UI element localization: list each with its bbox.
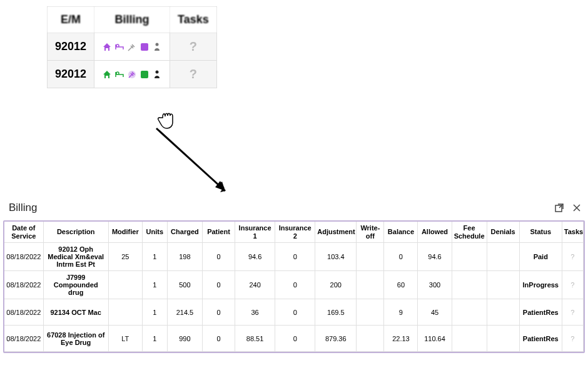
cell-date: 08/18/2022	[4, 299, 43, 326]
cell-fee	[452, 243, 487, 271]
col-charged: Charged	[167, 222, 202, 243]
cell-ins2: 0	[275, 243, 315, 271]
cell-patient: 0	[202, 243, 235, 271]
cell-adjustment: 103.4	[315, 243, 357, 271]
cell-writeoff	[357, 271, 384, 299]
person-icon[interactable]	[152, 42, 162, 52]
cell-patient: 0	[202, 271, 235, 299]
cell-writeoff	[357, 299, 384, 326]
col-header-tasks: Tasks	[170, 7, 217, 33]
cell-description: 92134 OCT Mac	[43, 299, 108, 326]
square-icon[interactable]	[139, 69, 150, 80]
cell-patient: 0	[202, 326, 235, 352]
col-header-billing: Billing	[94, 7, 170, 33]
cell-tasks: ?	[562, 243, 583, 271]
tasks-marker: ?	[190, 39, 197, 53]
billing-header-row: Date of Service Description Modifier Uni…	[4, 222, 584, 243]
col-modifier: Modifier	[108, 222, 142, 243]
svg-rect-0	[141, 43, 148, 51]
home-icon[interactable]	[102, 69, 112, 80]
cell-balance: 9	[384, 299, 418, 326]
square-icon[interactable]	[139, 42, 150, 52]
billing-panel-header: Billing	[9, 202, 582, 214]
table-row[interactable]: 08/18/2022J7999 Compounded drug150002400…	[4, 271, 584, 299]
svg-point-1	[156, 43, 159, 46]
cell-charged: 198	[167, 243, 202, 271]
svg-rect-3	[141, 71, 148, 78]
popout-icon[interactable]	[554, 203, 564, 213]
cell-denials	[487, 326, 519, 352]
cell-modifier: LT	[108, 326, 142, 352]
cell-modifier	[108, 271, 142, 299]
em-code: 92012	[55, 40, 86, 53]
cell-adjustment: 169.5	[315, 299, 357, 326]
billing-table-container: Date of Service Description Modifier Uni…	[3, 220, 585, 353]
cell-ins1: 36	[235, 299, 275, 326]
cell-fee	[452, 271, 487, 299]
em-code: 92012	[55, 68, 86, 80]
col-writeoff: Write-off	[357, 222, 384, 243]
person-icon[interactable]	[152, 69, 162, 80]
cursor-hand-icon	[154, 105, 179, 130]
svg-point-4	[156, 71, 159, 74]
cell-modifier: 25	[108, 243, 142, 271]
bed-icon[interactable]	[114, 69, 124, 80]
table-row[interactable]: 08/18/202292134 OCT Mac1214.50360169.594…	[4, 299, 584, 326]
col-date: Date of Service	[4, 222, 43, 243]
cell-units: 1	[142, 271, 167, 299]
col-insurance-2: Insurance 2	[275, 222, 315, 243]
appointment-row: 92012 ?	[48, 61, 217, 88]
cell-charged: 990	[167, 326, 202, 352]
col-header-em: E/M	[48, 7, 94, 33]
cell-charged: 214.5	[167, 299, 202, 326]
cell-charged: 500	[167, 271, 202, 299]
syringe-icon[interactable]	[127, 42, 137, 52]
cell-adjustment: 879.36	[315, 326, 357, 352]
cell-tasks: ?	[562, 326, 583, 352]
col-tasks: Tasks	[562, 222, 583, 243]
cell-adjustment: 200	[315, 271, 357, 299]
syringe-icon[interactable]	[127, 69, 137, 80]
cell-writeoff	[357, 326, 384, 352]
cell-denials	[487, 299, 519, 326]
bed-icon[interactable]	[114, 42, 124, 52]
svg-marker-5	[215, 181, 225, 191]
cell-description: 92012 Oph Medical Xm&eval Intrm Est Pt	[43, 243, 108, 271]
cell-allowed: 110.64	[418, 326, 452, 352]
col-insurance-1: Insurance 1	[235, 222, 275, 243]
table-row[interactable]: 08/18/202292012 Oph Medical Xm&eval Intr…	[4, 243, 584, 271]
cell-ins2: 0	[275, 326, 315, 352]
cell-fee	[452, 299, 487, 326]
cell-denials	[487, 271, 519, 299]
cell-status: PatientRes	[519, 299, 562, 326]
table-row[interactable]: 08/18/202267028 Injection of Eye DrugLT1…	[4, 326, 584, 352]
cell-writeoff	[357, 243, 384, 271]
cell-fee	[452, 326, 487, 352]
col-denials: Denials	[487, 222, 519, 243]
cell-tasks: ?	[562, 271, 583, 299]
cell-patient: 0	[202, 299, 235, 326]
cell-date: 08/18/2022	[4, 243, 43, 271]
cell-balance: 60	[384, 271, 418, 299]
billing-table: Date of Service Description Modifier Uni…	[4, 222, 584, 352]
col-balance: Balance	[384, 222, 418, 243]
cell-allowed: 45	[418, 299, 452, 326]
appointment-summary-table: E/M Billing Tasks 92012 ? 92012	[47, 6, 217, 88]
panel-title: Billing	[9, 202, 37, 214]
home-icon[interactable]	[102, 42, 112, 52]
cell-ins1: 240	[235, 271, 275, 299]
close-icon[interactable]	[572, 203, 582, 213]
cell-balance: 0	[384, 243, 418, 271]
cell-allowed: 94.6	[418, 243, 452, 271]
cell-ins2: 0	[275, 299, 315, 326]
appointment-row: 92012 ?	[48, 33, 217, 61]
cell-date: 08/18/2022	[4, 326, 43, 352]
col-status: Status	[519, 222, 562, 243]
col-patient: Patient	[202, 222, 235, 243]
billing-icons[interactable]	[102, 69, 162, 80]
cell-tasks: ?	[562, 299, 583, 326]
cell-ins2: 0	[275, 271, 315, 299]
cell-modifier	[108, 299, 142, 326]
cell-description: J7999 Compounded drug	[43, 271, 108, 299]
billing-icons[interactable]	[102, 42, 162, 52]
